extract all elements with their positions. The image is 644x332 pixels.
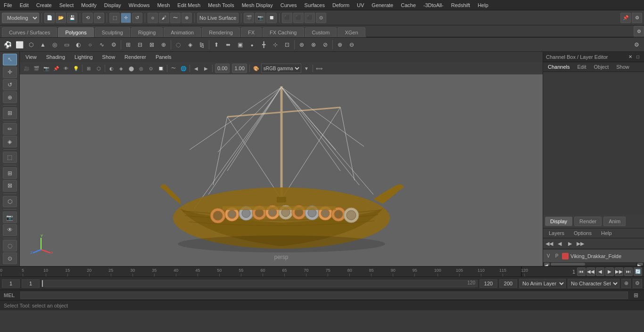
cb-channels-tab[interactable]: Channels xyxy=(546,63,571,71)
menu-help[interactable]: Help xyxy=(474,1,492,9)
layer-icon3[interactable]: ▶ xyxy=(566,239,574,248)
multi-btn[interactable]: ⊕ xyxy=(182,13,192,23)
render2-btn[interactable]: 📷 xyxy=(255,13,265,23)
layers-options[interactable]: Options xyxy=(570,229,595,237)
menu-edit-mesh[interactable]: Edit Mesh xyxy=(173,1,204,9)
vpt-shade2-btn[interactable]: ◈ xyxy=(116,64,126,73)
mode-dropdown[interactable]: Modeling xyxy=(2,13,39,23)
paint-btn[interactable]: 🖌 xyxy=(159,13,169,23)
play-btn[interactable]: ▶ xyxy=(605,267,614,276)
menu-modify[interactable]: Modify xyxy=(77,1,100,9)
curve-btn[interactable]: 〜 xyxy=(170,13,181,23)
marquee-btn[interactable]: ⬚ xyxy=(3,152,17,163)
display2-btn[interactable]: ⬛ xyxy=(293,13,304,23)
rp-scrollbar[interactable]: ◀ ▶ xyxy=(543,262,644,266)
redo-btn[interactable]: ⟳ xyxy=(94,13,104,23)
render-tab[interactable]: Render xyxy=(574,217,602,226)
vp-menu-panels[interactable]: Panels xyxy=(154,53,173,61)
cone-btn[interactable]: ▲ xyxy=(37,39,49,50)
menu-edit[interactable]: Edit xyxy=(16,1,33,9)
rp-close-btn[interactable]: ✕ xyxy=(627,54,634,60)
disk-btn[interactable]: ◐ xyxy=(73,39,84,50)
fill-btn[interactable]: ▣ xyxy=(234,39,246,50)
pin-right-btn[interactable]: 📌 xyxy=(620,13,631,23)
rotate-btn[interactable]: ↺ xyxy=(132,13,142,23)
scale-tool-btn[interactable]: ⊕ xyxy=(3,91,17,103)
vpt-wireframe-btn[interactable]: ⬡ xyxy=(94,64,103,73)
vpt-light-btn[interactable]: 💡 xyxy=(71,64,81,73)
layer-p-toggle[interactable]: P xyxy=(553,253,560,259)
vpt-cam-btn[interactable]: 🎥 xyxy=(22,64,31,73)
menu-surfaces[interactable]: Surfaces xyxy=(301,1,329,9)
tab-xgen[interactable]: XGen xyxy=(338,27,365,37)
vpt-grid-btn[interactable]: ⊞ xyxy=(84,64,93,73)
maya-btn[interactable]: ⊙ xyxy=(3,252,17,264)
vpt-back-btn[interactable]: ◀ xyxy=(191,64,201,73)
select-btn[interactable]: ⬚ xyxy=(109,13,120,23)
vpt-pin-btn[interactable]: 📌 xyxy=(51,64,61,73)
bridge-btn[interactable]: ⬌ xyxy=(223,39,234,50)
helix-btn[interactable]: ∿ xyxy=(96,39,107,50)
anim-tab[interactable]: Anim xyxy=(603,217,626,226)
subdiv-btn[interactable]: ◈ xyxy=(184,39,196,50)
vpt-arrows-btn[interactable]: ⟺ xyxy=(314,64,324,73)
camera-btn[interactable]: 📷 xyxy=(3,211,17,223)
layer-icon2[interactable]: ◀ xyxy=(555,239,564,248)
menu-display[interactable]: Display xyxy=(100,1,125,9)
boolean-btn[interactable]: ⊕ xyxy=(158,39,169,50)
range-end-input[interactable] xyxy=(479,279,497,288)
skip-start-btn[interactable]: ⏮ xyxy=(577,267,586,276)
timeline-ruler[interactable]: 0510152025303540455055606570758085909510… xyxy=(0,267,521,276)
vp-menu-lighting[interactable]: Lighting xyxy=(73,53,95,61)
torus-btn[interactable]: ◎ xyxy=(49,39,60,50)
paint-sel-btn[interactable]: ◈ xyxy=(3,136,17,147)
render-btn[interactable]: 🎬 xyxy=(244,13,254,23)
tab-rigging[interactable]: Rigging xyxy=(131,27,163,37)
plane-btn[interactable]: ▭ xyxy=(61,39,72,50)
menu-3dtoall[interactable]: -3DtoAll- xyxy=(420,1,447,9)
delete-edge-btn[interactable]: ⊖ xyxy=(346,39,357,50)
tab-sculpting[interactable]: Sculpting xyxy=(95,27,130,37)
weld-btn[interactable]: ⊛ xyxy=(296,39,307,50)
layer-icon1[interactable]: ◀◀ xyxy=(545,239,553,248)
menu-mesh[interactable]: Mesh xyxy=(153,1,173,9)
menu-windows[interactable]: Windows xyxy=(125,1,154,9)
select-tool-btn[interactable]: ↖ xyxy=(3,54,17,65)
vpt-shade1-btn[interactable]: ◐ xyxy=(107,64,116,73)
tab-fx[interactable]: FX xyxy=(241,27,262,37)
mel-input[interactable] xyxy=(20,292,628,299)
vpt-shadow-btn[interactable]: 🔲 xyxy=(156,64,165,73)
target-weld-btn[interactable]: ⊗ xyxy=(308,39,319,50)
snap-btn[interactable]: ⊞ xyxy=(3,167,17,179)
vp-menu-view[interactable]: View xyxy=(24,53,39,61)
layers-label[interactable]: Layers xyxy=(545,229,568,237)
cb-object-tab[interactable]: Object xyxy=(592,63,611,71)
char-set-select[interactable]: No Character Set xyxy=(568,279,619,288)
open-file-btn[interactable]: 📂 xyxy=(56,13,66,23)
soft-select-btn[interactable]: ✏ xyxy=(3,123,17,135)
combine-btn[interactable]: ⊞ xyxy=(123,39,134,50)
rp-expand-btn[interactable]: □ xyxy=(635,54,641,60)
max-frame-input[interactable] xyxy=(499,279,517,288)
menu-redshift[interactable]: Redshift xyxy=(447,1,474,9)
tab-polygons[interactable]: Polygons xyxy=(58,27,93,37)
undo-btn[interactable]: ⟲ xyxy=(83,13,93,23)
move-tool-btn[interactable]: ✛ xyxy=(3,66,17,78)
tab-rendering[interactable]: Rendering xyxy=(202,27,240,37)
layers-help[interactable]: Help xyxy=(597,229,616,237)
render-view-btn[interactable]: ⬡ xyxy=(3,196,17,208)
cube-icon-btn[interactable]: ⬜ xyxy=(14,39,25,50)
vpt-env-btn[interactable]: 🌐 xyxy=(179,64,188,73)
menu-curves[interactable]: Curves xyxy=(277,1,301,9)
vpt-eye-btn[interactable]: 👁 xyxy=(61,64,71,73)
menu-mesh-tools[interactable]: Mesh Tools xyxy=(204,1,238,9)
vpt-shade3-btn[interactable]: ⬤ xyxy=(126,64,136,73)
timeline-scrubber[interactable]: 120 xyxy=(41,280,478,287)
cb-edit-tab[interactable]: Edit xyxy=(575,63,588,71)
smooth-btn[interactable]: ◌ xyxy=(173,39,184,50)
menu-mesh-display[interactable]: Mesh Display xyxy=(238,1,277,9)
new-file-btn[interactable]: 📄 xyxy=(44,13,55,23)
layer-v-toggle[interactable]: V xyxy=(545,253,552,259)
vpt-isoline-btn[interactable]: 〜 xyxy=(169,64,178,73)
menu-deform[interactable]: Deform xyxy=(329,1,353,9)
